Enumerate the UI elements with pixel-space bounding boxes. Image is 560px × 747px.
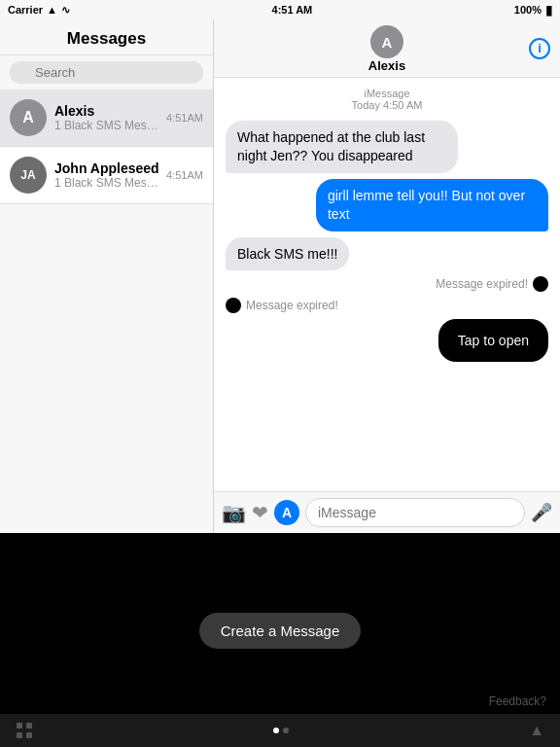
conv-info-alexis: Alexis 1 Black SMS Message (54, 103, 162, 132)
feedback-link[interactable]: Feedback? (489, 694, 546, 708)
meta-label: iMessage (364, 88, 409, 99)
mic-icon[interactable]: 🎤 (531, 502, 552, 523)
bubble-outgoing-1: girll lemme tell you!! But not over text (316, 179, 548, 231)
status-right: 100% ▮ (514, 3, 552, 18)
chat-messages: iMessage Today 4:50 AM What happened at … (214, 78, 560, 491)
apps-icon[interactable]: A (274, 500, 299, 525)
expired-text-left: Message expired! (246, 299, 338, 312)
wifi-icon: ∿ (61, 4, 70, 17)
conversation-item-alexis[interactable]: A Alexis 1 Black SMS Message 4:51AM (0, 89, 213, 147)
status-bar: Carrier ▲ ∿ 4:51 AM 100% ▮ (0, 0, 560, 19)
expired-row-left: Message expired! (226, 298, 548, 313)
message-row-incoming-2: Black SMS me!!! (226, 237, 548, 271)
meta-time: Today 4:50 AM (352, 99, 423, 111)
expired-row-right: Message expired! (226, 276, 548, 292)
camera-icon[interactable]: 📷 (222, 501, 246, 524)
message-row-incoming-1: What happened at the club last night Jen… (226, 121, 548, 173)
expired-dot-left (226, 298, 241, 313)
svg-rect-2 (17, 732, 22, 738)
chat-panel: A Alexis i iMessage Today 4:50 AM What h… (214, 19, 560, 533)
main-area: Messages 🔍 A Alexis 1 Black SMS Message … (0, 19, 560, 533)
search-wrapper: 🔍 (10, 61, 203, 84)
chat-avatar: A (370, 25, 403, 58)
conv-preview-john: 1 Black SMS Message (54, 176, 162, 190)
create-message-button[interactable]: Create a Message (199, 613, 362, 649)
chevron-up-icon[interactable]: ▲ (529, 722, 544, 739)
bubble-incoming-2: Black SMS me!!! (226, 237, 349, 271)
svg-rect-3 (26, 732, 32, 738)
conv-preview-alexis: 1 Black SMS Message (54, 119, 162, 132)
conversation-item-john[interactable]: JA John Appleseed 1 Black SMS Message 4:… (0, 147, 213, 204)
page-indicator (273, 728, 289, 733)
messages-header: Messages (0, 19, 213, 55)
conv-name-alexis: Alexis (54, 103, 162, 119)
chat-header: A Alexis i (214, 19, 560, 78)
bottom-toolbar: ▲ (0, 714, 560, 747)
black-bubble-row: Tap to open (226, 319, 548, 362)
conv-time-john: 4:51AM (166, 169, 203, 181)
expired-text-right: Message expired! (436, 277, 528, 291)
status-left: Carrier ▲ ∿ (8, 4, 70, 17)
heartbeat-icon[interactable]: ❤ (252, 501, 268, 524)
info-icon[interactable]: i (529, 38, 550, 59)
messages-title: Messages (67, 29, 146, 48)
message-meta: iMessage Today 4:50 AM (226, 88, 548, 111)
imessage-input[interactable] (305, 498, 525, 527)
carrier-label: Carrier (8, 4, 43, 16)
page-dot-inactive (283, 728, 289, 733)
black-bottom-section: Create a Message Feedback? ▲ (0, 533, 560, 747)
bubble-incoming-1: What happened at the club last night Jen… (226, 121, 458, 173)
search-input[interactable] (10, 61, 203, 84)
chat-input-bar: 📷 ❤ A 🎤 (214, 491, 560, 533)
conv-time-alexis: 4:51AM (166, 112, 203, 124)
search-bar: 🔍 (0, 55, 213, 89)
messages-panel: Messages 🔍 A Alexis 1 Black SMS Message … (0, 19, 214, 533)
grid-icon[interactable] (16, 722, 33, 739)
page-dot-active (273, 728, 279, 733)
message-row-outgoing-1: girll lemme tell you!! But not over text (226, 179, 548, 231)
black-bubble[interactable]: Tap to open (438, 319, 548, 362)
expired-dot-right (533, 276, 548, 292)
conv-info-john: John Appleseed 1 Black SMS Message (54, 160, 162, 190)
status-time: 4:51 AM (272, 4, 313, 16)
svg-rect-1 (26, 723, 32, 729)
avatar-alexis: A (10, 99, 47, 136)
avatar-john: JA (10, 157, 47, 194)
battery-icon: ▮ (545, 3, 552, 18)
battery-label: 100% (514, 4, 542, 16)
svg-rect-0 (17, 723, 22, 729)
signal-icon: ▲ (47, 4, 57, 16)
conv-name-john: John Appleseed (54, 160, 162, 176)
conversation-list: A Alexis 1 Black SMS Message 4:51AM JA J… (0, 89, 213, 533)
chat-contact-name: Alexis (368, 58, 405, 73)
